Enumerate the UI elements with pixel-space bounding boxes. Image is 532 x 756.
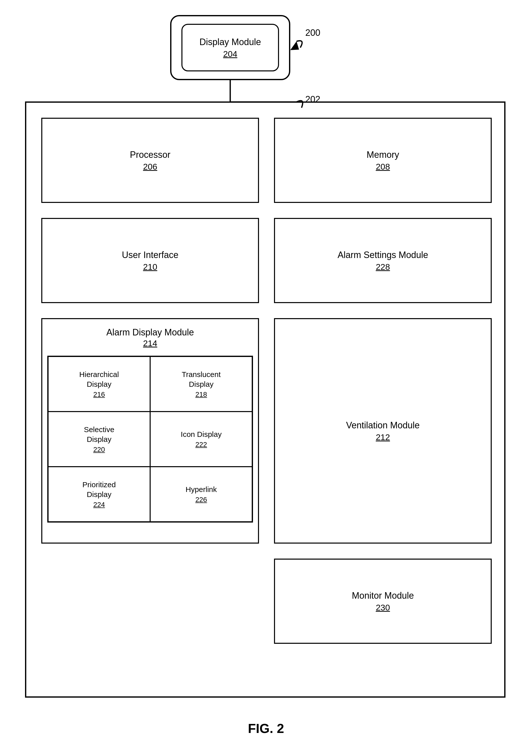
hyperlink-number: 226 xyxy=(195,496,207,504)
processor-label: Processor xyxy=(130,149,170,161)
display-module-label: Display Module xyxy=(199,36,261,48)
figure-label: FIG. 2 xyxy=(0,721,532,736)
prioritized-display-label: PrioritizedDisplay xyxy=(82,480,115,499)
icon-display-label: Icon Display xyxy=(181,429,221,439)
prioritized-display-number: 224 xyxy=(93,501,105,509)
alarm-display-label: Alarm Display Module xyxy=(106,327,194,338)
alarm-display-number: 214 xyxy=(143,338,157,348)
user-interface-label: User Interface xyxy=(122,249,178,261)
processor-number: 206 xyxy=(143,162,157,172)
memory-module: Memory 208 xyxy=(274,118,492,203)
connector-vertical xyxy=(230,80,231,102)
diagram: Display Module 204 200 202 Processor 206… xyxy=(0,0,532,756)
alarm-display-subgrid: HierarchicalDisplay 216 TranslucentDispl… xyxy=(47,356,253,523)
alarm-settings-module: Alarm Settings Module 228 xyxy=(274,218,492,303)
monitor-label: Monitor Module xyxy=(352,590,414,602)
alarm-display-header: Alarm Display Module 214 xyxy=(47,327,253,348)
ref-200-label: 200 xyxy=(305,28,320,38)
hyperlink-module: Hyperlink 226 xyxy=(150,467,252,522)
user-interface-number: 210 xyxy=(143,262,157,272)
alarm-display-module: Alarm Display Module 214 HierarchicalDis… xyxy=(41,318,259,544)
translucent-display-label: TranslucentDisplay xyxy=(182,369,221,389)
memory-number: 208 xyxy=(376,162,390,172)
svg-marker-2 xyxy=(290,41,299,50)
prioritized-display-module: PrioritizedDisplay 224 xyxy=(48,467,150,522)
display-module-outer: Display Module 204 xyxy=(170,15,290,80)
hierarchical-display-label: HierarchicalDisplay xyxy=(79,369,119,389)
memory-label: Memory xyxy=(367,149,399,161)
processor-module: Processor 206 xyxy=(41,118,259,203)
icon-display-number: 222 xyxy=(195,441,207,449)
hierarchical-display-module: HierarchicalDisplay 216 xyxy=(48,357,150,412)
selective-display-module: SelectiveDisplay 220 xyxy=(48,412,150,467)
monitor-number: 230 xyxy=(376,603,390,612)
translucent-display-module: TranslucentDisplay 218 xyxy=(150,357,252,412)
ventilation-number: 212 xyxy=(376,432,390,442)
translucent-display-number: 218 xyxy=(195,391,207,398)
alarm-settings-number: 228 xyxy=(376,262,390,272)
monitor-module: Monitor Module 230 xyxy=(274,559,492,644)
alarm-settings-label: Alarm Settings Module xyxy=(338,249,428,261)
display-module-inner: Display Module 204 xyxy=(181,24,279,71)
modules-grid: Processor 206 Memory 208 User Interface … xyxy=(41,118,492,644)
icon-display-module: Icon Display 222 xyxy=(150,412,252,467)
hyperlink-label: Hyperlink xyxy=(186,484,217,494)
display-module-number: 204 xyxy=(223,49,238,59)
hierarchical-display-number: 216 xyxy=(93,391,105,398)
ventilation-module: Ventilation Module 212 xyxy=(274,318,492,544)
selective-display-label: SelectiveDisplay xyxy=(84,425,114,444)
main-system-box: Processor 206 Memory 208 User Interface … xyxy=(25,101,505,698)
ventilation-label: Ventilation Module xyxy=(346,419,419,431)
selective-display-number: 220 xyxy=(93,446,105,454)
user-interface-module: User Interface 210 xyxy=(41,218,259,303)
